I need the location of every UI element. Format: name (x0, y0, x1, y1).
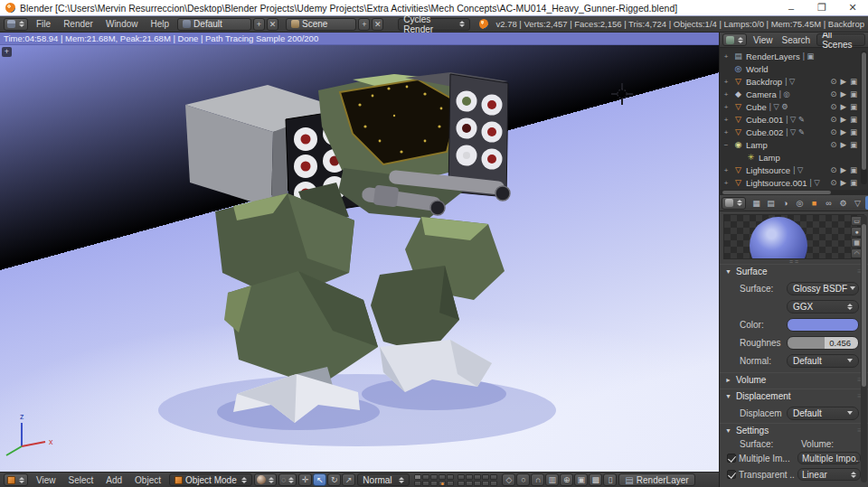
render-visibility-icon[interactable]: ▣ (850, 77, 857, 86)
checkbox[interactable] (727, 470, 736, 479)
layer-cell[interactable] (422, 481, 429, 486)
layer-cell[interactable] (422, 474, 429, 480)
object-name[interactable]: Backdrop (746, 77, 782, 87)
layer-cell[interactable] (474, 474, 481, 480)
expander-icon[interactable]: + (722, 166, 731, 174)
viewport-shading-dropdown[interactable] (254, 473, 277, 486)
properties-scrollbar[interactable] (861, 215, 867, 482)
selectable-icon[interactable]: ▶ (840, 127, 846, 136)
properties-tab[interactable]: ◑ (778, 196, 792, 210)
expander-icon[interactable]: + (722, 179, 731, 187)
selectable-icon[interactable]: ▶ (840, 140, 846, 149)
settings-dropdown[interactable]: Linear (797, 468, 861, 481)
layer-cell[interactable] (466, 481, 473, 486)
add-layout-button[interactable]: + (253, 18, 265, 31)
outliner-row[interactable]: ✳ Lamp ⊙ ▶ ▣ (722, 151, 868, 164)
eye-icon[interactable]: ⊙ (830, 140, 836, 149)
volume-section-header[interactable]: ► Volume≡ (720, 372, 868, 387)
layer-cell[interactable] (439, 481, 446, 486)
expander-icon[interactable]: + (722, 128, 731, 136)
close-scene-button[interactable]: ✕ (372, 18, 383, 31)
outliner-editor-type-button[interactable] (722, 33, 747, 46)
distribution-dropdown[interactable]: GGX (787, 300, 859, 314)
manipulator-button[interactable]: ↖ (313, 473, 326, 486)
editor-type-button[interactable] (4, 18, 28, 31)
render-engine-selector[interactable]: Cycles Render (398, 18, 470, 31)
expander-icon[interactable]: + (722, 116, 731, 124)
render-visibility-icon[interactable]: ▣ (850, 140, 857, 149)
menu-item[interactable]: File (30, 19, 57, 29)
outliner-row[interactable]: + ▤ RenderLayers | ▣ ⊙ ▶ ▣ (722, 50, 868, 62)
shader-dropdown[interactable]: Glossy BSDF (787, 282, 859, 295)
render-visibility-icon[interactable]: ▣ (850, 165, 857, 174)
expander-icon[interactable]: + (722, 52, 731, 61)
outliner-row[interactable]: + ▽ Lightsource | ▽ ⊙ ▶ ▣ (722, 164, 868, 176)
object-name[interactable]: Cube.001 (746, 115, 783, 125)
selectable-icon[interactable]: ▶ (840, 89, 846, 98)
expander-icon[interactable]: − (722, 141, 731, 149)
render-visibility-icon[interactable]: ▣ (850, 178, 857, 187)
outliner-scope-dropdown[interactable]: All Scenes (816, 33, 865, 46)
tool-shelf-open-button[interactable]: + (2, 47, 12, 57)
layer-cell[interactable] (490, 474, 497, 480)
eye-icon[interactable]: ⊙ (830, 165, 836, 174)
eye-icon[interactable]: ⊙ (830, 115, 836, 124)
layer-cell[interactable] (447, 481, 454, 486)
menu-item[interactable]: Search (778, 35, 816, 45)
layer-cell[interactable] (458, 481, 465, 486)
mode-dropdown[interactable]: Object Mode (169, 473, 252, 486)
displacement-section-header[interactable]: ▼ Displacement≡ (720, 389, 868, 403)
menu-item[interactable]: Object (128, 475, 167, 485)
layer-cell[interactable] (482, 474, 489, 480)
menu-item[interactable]: View (749, 35, 778, 45)
object-name[interactable]: Lamp (759, 153, 780, 163)
render-visibility-icon[interactable]: ▣ (850, 115, 857, 124)
outliner-row[interactable]: + ▽ Lightsource.001 | ▽ ⊙ ▶ ▣ (722, 176, 868, 189)
selectable-icon[interactable]: ▶ (840, 102, 846, 111)
surface-section-header[interactable]: ▼ Surface≡ (720, 264, 868, 278)
object-name[interactable]: Camera (746, 89, 777, 99)
eye-icon[interactable]: ⊙ (830, 77, 836, 86)
layer-cell[interactable] (458, 474, 465, 480)
header-tool-button[interactable]: ▯ (603, 473, 617, 486)
manipulator-button[interactable]: ↻ (327, 473, 341, 486)
outliner-scrollbar[interactable] (861, 51, 867, 184)
close-layout-button[interactable]: ✕ (267, 18, 278, 31)
render-visibility-icon[interactable]: ▣ (850, 127, 857, 136)
properties-tab[interactable]: ◎ (793, 196, 807, 210)
outliner-row[interactable]: + ▽ Backdrop | ▽ ⊙ ▶ ▣ (722, 75, 868, 88)
outliner-row[interactable]: ◎ World ⊙ ▶ ▣ (722, 62, 868, 75)
eye-icon[interactable]: ⊙ (830, 102, 836, 111)
manipulator-button[interactable]: ↗ (342, 473, 355, 486)
expander-icon[interactable]: + (722, 103, 731, 111)
eye-icon[interactable]: ⊙ (830, 127, 836, 136)
selectable-icon[interactable]: ▶ (840, 77, 846, 86)
layer-cell[interactable] (430, 481, 438, 486)
menu-item[interactable]: Window (99, 19, 145, 29)
screen-layout-selector[interactable]: Default (177, 18, 251, 31)
layer-cell[interactable] (490, 481, 497, 486)
normal-dropdown[interactable]: Default (787, 354, 859, 368)
render-visibility-icon[interactable]: ▣ (850, 89, 857, 98)
object-name[interactable]: Lightsource.001 (746, 178, 807, 188)
layer-cell[interactable] (447, 474, 454, 480)
object-name[interactable]: Cube (746, 102, 767, 112)
properties-tab[interactable]: ∞ (822, 196, 835, 210)
header-tool-button[interactable]: ○ (516, 473, 530, 486)
header-tool-button[interactable]: ◇ (502, 473, 515, 486)
minimize-button[interactable]: – (776, 3, 807, 14)
eye-icon[interactable]: ⊙ (830, 89, 836, 98)
layer-cell[interactable] (466, 474, 473, 480)
object-name[interactable]: World (746, 64, 769, 74)
layer-cell[interactable] (439, 474, 446, 480)
settings-dropdown[interactable]: Multiple Impo... (797, 452, 861, 464)
expander-icon[interactable]: + (722, 78, 731, 86)
selectable-icon[interactable]: ▶ (840, 178, 846, 187)
properties-tab[interactable]: ▦ (750, 196, 763, 210)
color-swatch[interactable] (787, 318, 859, 332)
roughness-slider[interactable]: 0.456 (787, 336, 859, 350)
menu-item[interactable]: Select (62, 475, 100, 485)
outliner-row[interactable]: + ◆ Camera | ◎ ⊙ ▶ ▣ (722, 88, 868, 100)
close-button[interactable]: ✕ (837, 2, 868, 14)
checkbox[interactable] (727, 454, 736, 463)
